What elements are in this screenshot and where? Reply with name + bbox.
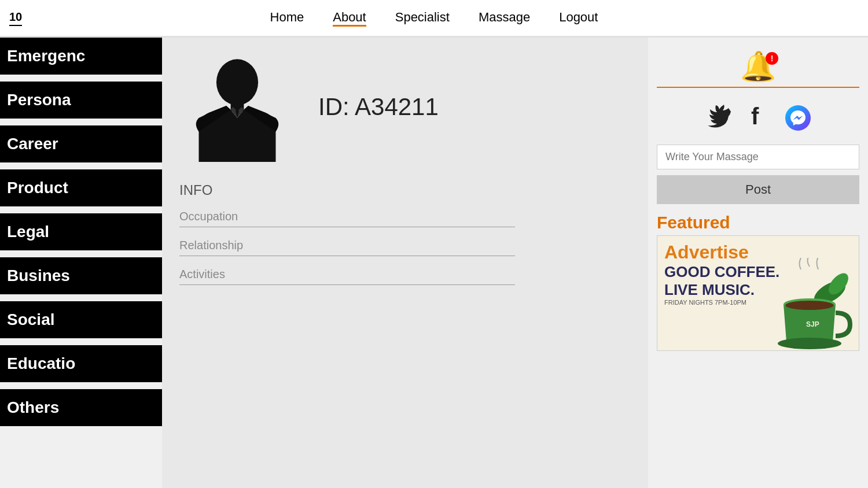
relationship-label: Relationship bbox=[179, 239, 631, 252]
social-icons: f bbox=[657, 97, 859, 139]
svg-text:f: f bbox=[751, 103, 759, 128]
center-content: ID: A34211 INFO Occupation Relationship … bbox=[162, 38, 648, 488]
sidebar: Emergenc Persona Career Product Legal Bu… bbox=[0, 38, 162, 488]
sidebar-item-education[interactable]: Educatio bbox=[0, 345, 162, 382]
nav-home[interactable]: Home bbox=[270, 10, 304, 27]
twitter-icon[interactable] bbox=[705, 102, 731, 133]
activities-field-group: Activities bbox=[179, 268, 631, 285]
relationship-underline bbox=[179, 256, 515, 256]
post-button[interactable]: Post bbox=[657, 175, 859, 204]
sidebar-item-others[interactable]: Others bbox=[0, 389, 162, 426]
message-input[interactable] bbox=[657, 145, 859, 169]
sidebar-item-emergency[interactable]: Emergenc bbox=[0, 38, 162, 75]
occupation-label: Occupation bbox=[179, 210, 631, 223]
facebook-icon[interactable]: f bbox=[745, 102, 771, 133]
ad-sub-text: FRIDAY NIGHTS 7PM-10PM bbox=[664, 299, 852, 306]
avatar-image bbox=[182, 52, 292, 162]
notification-area: 🔔 ! bbox=[657, 46, 859, 88]
notification-badge: ! bbox=[766, 52, 778, 65]
avatar bbox=[179, 49, 295, 165]
sidebar-item-personal[interactable]: Persona bbox=[0, 82, 162, 119]
sidebar-item-product[interactable]: Product bbox=[0, 169, 162, 206]
nav-logout[interactable]: Logout bbox=[559, 10, 598, 27]
featured-section: Featured Advertise GOOD COFFEE. LIVE MUS… bbox=[657, 213, 859, 351]
sidebar-item-legal[interactable]: Legal bbox=[0, 213, 162, 250]
messenger-icon[interactable] bbox=[785, 105, 811, 131]
bell-icon-wrapper[interactable]: 🔔 ! bbox=[740, 52, 776, 81]
ad-advertise-label: Advertise bbox=[664, 242, 852, 263]
ad-box: Advertise GOOD COFFEE. LIVE MUSIC. FRIDA… bbox=[657, 235, 859, 351]
svg-point-7 bbox=[778, 338, 841, 349]
right-panel: 🔔 ! f Post bbox=[648, 38, 868, 488]
sidebar-item-social[interactable]: Social bbox=[0, 301, 162, 338]
info-label: INFO bbox=[179, 182, 631, 198]
occupation-underline bbox=[179, 227, 515, 227]
activities-underline bbox=[179, 284, 515, 285]
sidebar-item-business[interactable]: Busines bbox=[0, 257, 162, 294]
sidebar-item-career[interactable]: Career bbox=[0, 125, 162, 162]
app-logo: 10 bbox=[9, 10, 22, 26]
info-section: INFO Occupation Relationship Activities bbox=[179, 182, 631, 297]
nav-massage[interactable]: Massage bbox=[479, 10, 530, 27]
nav-specialist[interactable]: Specialist bbox=[395, 10, 450, 27]
nav-links: Home About Specialist Massage Logout bbox=[270, 10, 598, 27]
svg-point-0 bbox=[216, 59, 258, 105]
top-nav: 10 Home About Specialist Massage Logout bbox=[0, 0, 868, 38]
svg-text:SJP: SJP bbox=[806, 320, 819, 328]
featured-title: Featured bbox=[657, 213, 859, 232]
nav-about[interactable]: About bbox=[333, 10, 366, 27]
main-layout: Emergenc Persona Career Product Legal Bu… bbox=[0, 38, 868, 488]
activities-label: Activities bbox=[179, 268, 631, 281]
profile-id: ID: A34211 bbox=[318, 93, 439, 121]
ad-line2: LIVE MUSIC. bbox=[664, 281, 852, 299]
ad-text-overlay: Advertise GOOD COFFEE. LIVE MUSIC. FRIDA… bbox=[657, 236, 859, 312]
relationship-field-group: Relationship bbox=[179, 239, 631, 256]
ad-line1: GOOD COFFEE. bbox=[664, 263, 852, 281]
occupation-field-group: Occupation bbox=[179, 210, 631, 227]
profile-section: ID: A34211 bbox=[179, 49, 631, 165]
